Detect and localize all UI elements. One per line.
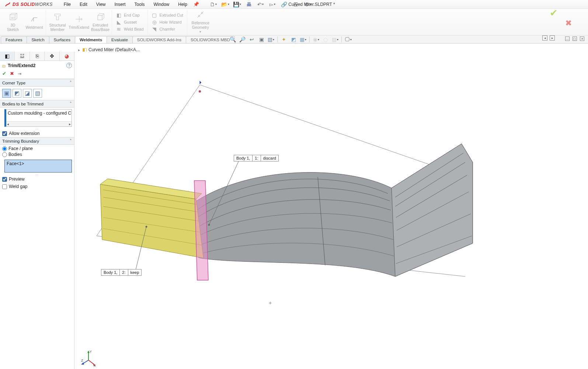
heads-up-toolbar: 🔍 🔎 ↩ ▣ ▧▾ ✦ ◩ ▦▾ ◉▾ ◌ ▨▾ 🖵▾ [229,35,352,43]
prev-view-icon[interactable]: ↩ [248,36,256,43]
allow-extension-label: Allow extension [9,131,39,136]
cmd-trim-extend[interactable]: Trim/Extend [69,14,89,30]
menu-bar: File Edit View Insert Tools Window Help [62,1,189,8]
corner-opt-2[interactable]: ◩ [13,89,21,98]
undo-button[interactable]: ↶▾ [257,1,265,8]
menu-window[interactable]: Window [152,1,172,8]
view-orient-icon[interactable]: ▧▾ [267,36,275,43]
dimxpert-tab[interactable]: ✥ [45,52,59,60]
radio-bodies[interactable]: Bodies [2,152,72,157]
view-settings-icon[interactable]: 🖵▾ [344,36,352,43]
bodies-listbox[interactable]: Custom moulding - configured CUSTO ◂ ▸ [4,109,72,127]
open-doc-button[interactable]: 📂▾ [221,1,229,8]
display-style-icon[interactable]: ✦ [280,36,288,43]
tab-mbd[interactable]: SOLIDWORKS MBD [186,36,235,43]
graphics-viewport[interactable]: Body 1, 1: discard Body 1, 2: keep ＋ Y Z… [74,52,588,369]
config-manager-tab[interactable]: ⎘ [30,52,45,60]
next-page-icon[interactable]: ▸ [550,35,555,41]
callout-action[interactable]: keep [128,269,142,275]
scene-icon[interactable]: ▦▾ [299,36,307,43]
new-doc-button[interactable]: 🗋▾ [209,1,218,8]
menu-file[interactable]: File [62,1,73,8]
ok-button[interactable]: ✔ [2,71,6,76]
cmd-extruded-cut[interactable]: ▢ Extruded Cut [152,12,183,18]
minimize-icon[interactable]: — [565,36,570,41]
tab-surfaces[interactable]: Surfaces [49,36,75,43]
display-manager-tab[interactable]: ◕ [60,52,74,60]
close-icon[interactable]: ✕ [580,36,584,41]
tab-evaluate[interactable]: Evaluate [107,36,133,43]
svg-text:3D: 3D [11,16,14,20]
edit-appearance-icon[interactable]: ◌ [321,36,330,43]
radio-face-plane[interactable]: Face / plane [2,146,72,152]
menu-tools[interactable]: Tools [132,1,147,8]
apply-scene-icon[interactable]: ▨▾ [331,36,339,43]
zoom-area-icon[interactable]: 🔎 [238,36,246,43]
cmd-end-cap[interactable]: ◧ End Cap [116,12,144,18]
corner-opt-3[interactable]: ◪ [23,89,32,98]
scroll-left-icon[interactable]: ◂ [7,122,9,126]
cmd-extruded-boss[interactable]: Extruded Boss/Base [90,11,110,32]
callout-action[interactable]: discard [261,155,278,161]
save-button[interactable]: 💾▾ [233,1,241,8]
cmd-structural-member[interactable]: Structural Member [48,11,67,32]
section-bodies[interactable]: Bodies to be Trimmed ˄ [0,100,74,108]
cmd-3d-sketch[interactable]: 3D 3D Sketch [3,11,23,32]
bodies-radio[interactable] [2,152,7,157]
section-view-icon[interactable]: ▣ [257,36,265,43]
confirm-check-icon[interactable]: ✔ [550,7,558,19]
scroll-right-icon[interactable]: ▸ [69,122,71,126]
weld-gap-checkbox[interactable] [2,184,7,189]
cmd-reference-geometry[interactable]: Reference Geometry ▾ [189,9,212,35]
expand-tree-icon[interactable]: ▸ [78,48,80,52]
cmd-gusset[interactable]: ◣ Gusset [116,19,144,25]
prev-page-icon[interactable]: ◂ [542,35,547,41]
menu-help[interactable]: Help [176,1,189,8]
tab-features[interactable]: Features [1,36,27,43]
callout-discard[interactable]: Body 1, 1: discard [234,155,279,161]
rebuild-button[interactable]: 🔗 [280,1,288,8]
callout-keep[interactable]: Body 1, 2: keep [101,269,142,276]
zoom-fit-icon[interactable]: 🔍 [229,36,237,43]
property-manager-tab[interactable]: ☳ [15,52,29,60]
hide-show-icon[interactable]: ◩ [289,36,298,43]
menu-edit[interactable]: Edit [77,1,90,8]
orientation-triad[interactable]: Y Z X [80,349,94,364]
section-trim-boundary[interactable]: Trimming Boundary ˄ [0,137,74,145]
confirm-cancel-icon[interactable]: ✖ [565,18,572,28]
boundary-selection-box[interactable]: Face<1> [4,160,72,173]
menu-insert[interactable]: Insert [112,1,128,8]
label-refgeom: Reference Geometry [192,21,209,29]
cmd-hole-wizard[interactable]: ◎ Hole Wizard [152,19,183,25]
menu-view[interactable]: View [94,1,108,8]
body-item[interactable]: Custom moulding - configured CUSTO [6,109,72,117]
svg-point-19 [146,226,147,228]
cmd-weld-bead[interactable]: ≋ Weld Bead [116,26,144,32]
face-selection[interactable]: Face<1> [7,161,24,166]
pin-icon[interactable]: 📌 [193,1,199,7]
corner-opt-1[interactable]: ▣ [2,89,11,98]
manager-tab-icons: ◧ ☳ ⎘ ✥ ◕ [0,52,74,61]
help-icon[interactable]: ? [66,63,72,68]
tab-addins[interactable]: SOLIDWORKS Add-Ins [132,36,186,43]
allow-extension-checkbox[interactable] [2,131,7,136]
preview-checkbox[interactable] [2,177,7,182]
corner-type-options: ▣ ◩ ◪ ▧ [0,87,74,100]
maximize-icon[interactable]: ▢ [573,36,577,41]
tab-sketch[interactable]: Sketch [27,36,49,43]
section-corner-type[interactable]: Corner Type ˄ [0,79,74,87]
face-plane-radio[interactable] [2,146,7,151]
appearance-icon[interactable]: ◉▾ [312,36,320,43]
print-button[interactable]: 🖶 [245,1,253,8]
cmd-chamfer[interactable]: ◥ Chamfer [152,26,183,32]
corner-opt-4[interactable]: ▧ [33,89,42,98]
cmd-weldment[interactable]: Weldment [24,14,44,30]
document-title: Curved Miter.SLDPRT * [288,2,335,7]
listbox-scrollbar[interactable]: ◂ ▸ [6,121,72,126]
svg-line-3 [15,18,17,20]
tab-weldments[interactable]: Weldments [75,36,107,43]
pin-button[interactable]: ⇥ [18,71,21,76]
feature-manager-tab[interactable]: ◧ [0,52,15,60]
select-button[interactable]: ▻▾ [268,1,276,8]
cancel-button[interactable]: ✖ [10,71,14,76]
